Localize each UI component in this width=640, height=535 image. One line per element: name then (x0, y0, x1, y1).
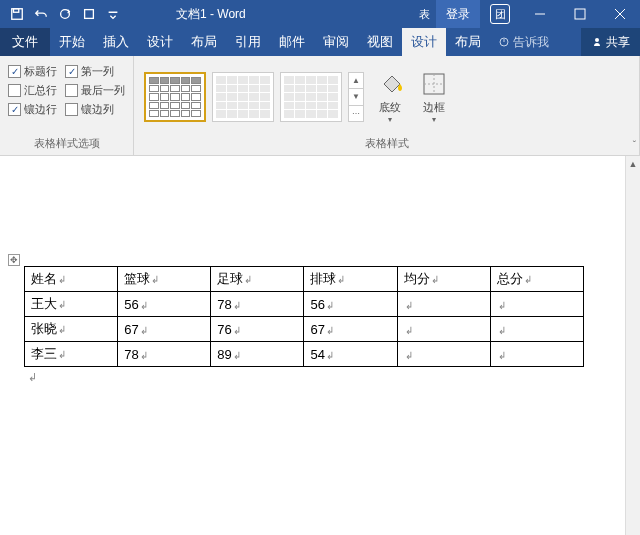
style-more-icon[interactable]: ⋯ (349, 106, 363, 121)
menu-table-design[interactable]: 设计 (402, 28, 446, 56)
collapse-ribbon-button[interactable]: ˇ (633, 140, 636, 151)
table-move-handle[interactable]: ✥ (8, 254, 20, 266)
chk-header-row[interactable]: 标题行 (8, 64, 57, 79)
group-label-styles: 表格样式 (140, 134, 633, 153)
table-cell[interactable]: 76↲ (211, 317, 304, 342)
document-area[interactable]: ✥ 姓名↲篮球↲足球↲排球↲均分↲总分↲王大↲56↲78↲56↲↲↲张晓↲67↲… (0, 156, 625, 535)
menu-references[interactable]: 引用 (226, 28, 270, 56)
style-up-icon[interactable]: ▲ (349, 73, 363, 89)
ribbon: 标题行 第一列 汇总行 最后一列 镶边行 镶边列 表格样式选项 ▲▼⋯ (0, 56, 640, 156)
chk-total-row[interactable]: 汇总行 (8, 83, 57, 98)
title-bar: 文档1 - Word 表 登录 团 (0, 0, 640, 28)
menu-table-layout[interactable]: 布局 (446, 28, 490, 56)
table-cell[interactable]: ↲ (490, 342, 583, 367)
table-tools-label: 表 (413, 7, 436, 22)
table-row: 王大↲56↲78↲56↲↲↲ (25, 292, 584, 317)
table-header-cell[interactable]: 足球↲ (211, 267, 304, 292)
menu-layout[interactable]: 布局 (182, 28, 226, 56)
table-cell[interactable]: 67↲ (304, 317, 397, 342)
login-button[interactable]: 登录 (436, 0, 480, 28)
borders-icon (420, 70, 448, 98)
scroll-up-icon[interactable]: ▲ (626, 156, 640, 171)
table-header-cell[interactable]: 均分↲ (397, 267, 490, 292)
paragraph-mark: ↲ (20, 367, 605, 388)
tell-me-input[interactable]: 告诉我 (490, 28, 557, 56)
svg-rect-4 (575, 9, 585, 19)
svg-rect-1 (14, 9, 19, 13)
table-cell[interactable]: 67↲ (118, 317, 211, 342)
ribbon-group-options: 标题行 第一列 汇总行 最后一列 镶边行 镶边列 表格样式选项 (0, 56, 134, 155)
style-gallery-spinner[interactable]: ▲▼⋯ (348, 72, 364, 122)
table-style-1[interactable] (144, 72, 206, 122)
table-style-3[interactable] (280, 72, 342, 122)
maximize-button[interactable] (560, 0, 600, 28)
close-button[interactable] (600, 0, 640, 28)
table-header-cell[interactable]: 篮球↲ (118, 267, 211, 292)
table-cell[interactable]: 李三↲ (25, 342, 118, 367)
ribbon-group-styles: ▲▼⋯ 底纹▾ 边框▾ 表格样式 (134, 56, 640, 155)
menu-view[interactable]: 视图 (358, 28, 402, 56)
paint-bucket-icon (376, 70, 404, 98)
undo-button[interactable] (30, 3, 52, 25)
document-title: 文档1 - Word (176, 6, 246, 23)
table-cell[interactable]: ↲ (490, 292, 583, 317)
menu-home[interactable]: 开始 (50, 28, 94, 56)
borders-button[interactable]: 边框▾ (412, 60, 456, 134)
account-icon[interactable]: 团 (490, 4, 510, 24)
table-cell[interactable]: ↲ (397, 342, 490, 367)
table-header-cell[interactable]: 排球↲ (304, 267, 397, 292)
qat-item-button[interactable] (78, 3, 100, 25)
chk-banded-cols[interactable]: 镶边列 (65, 102, 114, 117)
table-cell[interactable]: ↲ (397, 292, 490, 317)
shading-button[interactable]: 底纹▾ (368, 60, 412, 134)
table-header-row: 姓名↲篮球↲足球↲排球↲均分↲总分↲ (25, 267, 584, 292)
table-cell[interactable]: 56↲ (118, 292, 211, 317)
share-button[interactable]: 共享 (581, 28, 640, 56)
table-cell[interactable]: ↲ (397, 317, 490, 342)
menu-bar: 文件 开始 插入 设计 布局 引用 邮件 审阅 视图 设计 布局 告诉我 共享 (0, 28, 640, 56)
menu-file[interactable]: 文件 (0, 28, 50, 56)
table-row: 张晓↲67↲76↲67↲↲↲ (25, 317, 584, 342)
save-button[interactable] (6, 3, 28, 25)
chk-first-col[interactable]: 第一列 (65, 64, 114, 79)
table-header-cell[interactable]: 总分↲ (490, 267, 583, 292)
vertical-scrollbar[interactable]: ▲ (625, 156, 640, 535)
minimize-button[interactable] (520, 0, 560, 28)
quick-access-toolbar (0, 3, 126, 25)
menu-insert[interactable]: 插入 (94, 28, 138, 56)
menu-design[interactable]: 设计 (138, 28, 182, 56)
group-label-options: 表格样式选项 (6, 134, 127, 153)
title-right: 表 登录 团 (413, 0, 640, 28)
menu-review[interactable]: 审阅 (314, 28, 358, 56)
table-header-cell[interactable]: 姓名↲ (25, 267, 118, 292)
table-cell[interactable]: 54↲ (304, 342, 397, 367)
table-cell[interactable]: 78↲ (211, 292, 304, 317)
table-row: 李三↲78↲89↲54↲↲↲ (25, 342, 584, 367)
style-down-icon[interactable]: ▼ (349, 89, 363, 105)
svg-point-6 (595, 38, 599, 42)
chk-last-col[interactable]: 最后一列 (65, 83, 125, 98)
table-cell[interactable]: 张晓↲ (25, 317, 118, 342)
redo-button[interactable] (54, 3, 76, 25)
table-cell[interactable]: 89↲ (211, 342, 304, 367)
svg-rect-3 (85, 10, 94, 19)
chk-banded-rows[interactable]: 镶边行 (8, 102, 57, 117)
qat-customize-button[interactable] (102, 3, 124, 25)
data-table[interactable]: 姓名↲篮球↲足球↲排球↲均分↲总分↲王大↲56↲78↲56↲↲↲张晓↲67↲76… (24, 266, 584, 367)
table-cell[interactable]: ↲ (490, 317, 583, 342)
table-cell[interactable]: 56↲ (304, 292, 397, 317)
table-cell[interactable]: 王大↲ (25, 292, 118, 317)
menu-mailings[interactable]: 邮件 (270, 28, 314, 56)
table-style-2[interactable] (212, 72, 274, 122)
page: ✥ 姓名↲篮球↲足球↲排球↲均分↲总分↲王大↲56↲78↲56↲↲↲张晓↲67↲… (0, 156, 625, 535)
table-cell[interactable]: 78↲ (118, 342, 211, 367)
